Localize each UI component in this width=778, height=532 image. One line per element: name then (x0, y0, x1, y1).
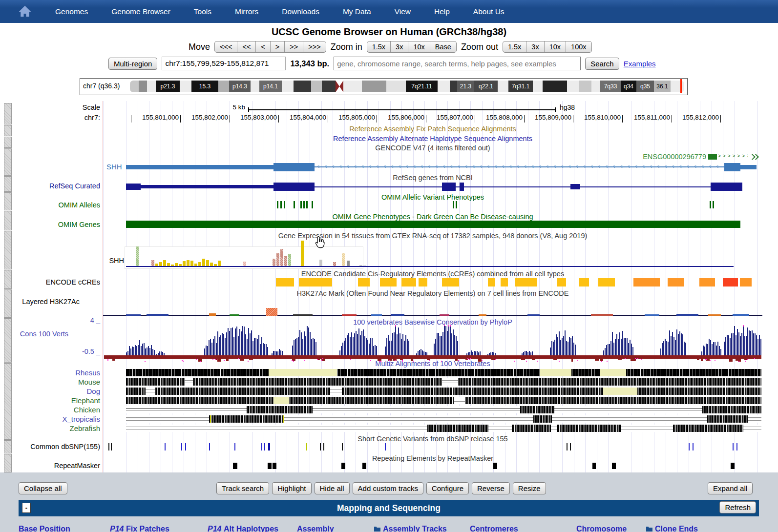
gtex-bar[interactable] (301, 241, 304, 267)
examples-link[interactable]: Examples (624, 60, 656, 68)
ccre-element[interactable] (740, 278, 752, 286)
omim-allele-tick[interactable] (280, 201, 282, 208)
phylop-title[interactable]: 100 vertebrates Basewise Conservation by… (103, 318, 762, 326)
dbsnp-variant-tick[interactable] (268, 443, 270, 450)
ccre-element[interactable] (633, 278, 660, 286)
refseq-exon[interactable] (711, 183, 742, 191)
gtex-bar[interactable] (342, 253, 345, 267)
refseq-bar[interactable] (141, 185, 273, 188)
omim-allele-tick[interactable] (294, 201, 295, 208)
track-group-link-chromosome[interactable]: Chromosome (576, 525, 627, 532)
ccre-element[interactable] (515, 278, 537, 286)
zoom-in-button-base[interactable]: Base (430, 41, 456, 52)
zoom-out-button-10x[interactable]: 10x (544, 41, 566, 52)
collapse-section-button[interactable]: - (22, 503, 31, 513)
ccre-element[interactable] (488, 278, 495, 286)
species-label-zebrafish[interactable]: Zebrafish (0, 424, 100, 432)
footer-button-track-search[interactable]: Track search (216, 482, 269, 494)
nav-item-genomes[interactable]: Genomes (55, 7, 88, 16)
dbsnp-variant-tick[interactable] (342, 443, 343, 450)
nav-item-mirrors[interactable]: Mirrors (235, 7, 258, 16)
refseq-exon[interactable] (570, 184, 580, 189)
repeatmasker-element[interactable] (612, 463, 616, 469)
footer-button-hide-all[interactable]: Hide all (315, 482, 350, 494)
alt-haplotype-title[interactable]: Reference Assembly Alternate Haplotype S… (103, 135, 762, 143)
omim-allele-tick[interactable] (284, 201, 285, 208)
move-button-[interactable]: <<< (215, 41, 237, 52)
nav-item-tools[interactable]: Tools (194, 7, 211, 16)
omim-alleles-title[interactable]: OMIM Allelic Variant Phenotypes (103, 193, 762, 201)
refseq-exon[interactable] (273, 183, 315, 191)
nav-item-my-data[interactable]: My Data (343, 7, 371, 16)
genome-track-image[interactable]: Reference Assembly Fix Patch Sequence Al… (0, 101, 778, 472)
repeatmasker-title[interactable]: Repeating Elements by RepeatMasker (103, 454, 762, 462)
ccre-element[interactable] (299, 278, 332, 286)
omim-genes-bar[interactable] (126, 221, 740, 228)
omim-allele-tick[interactable] (300, 201, 302, 208)
ccre-element[interactable] (723, 278, 738, 286)
species-label-dog[interactable]: Dog (0, 387, 100, 395)
omim-genes-title[interactable]: OMIM Gene Phenotypes - Dark Green Can Be… (103, 213, 762, 221)
dbsnp-variant-tick[interactable] (185, 443, 186, 450)
dbsnp-variant-tick[interactable] (108, 443, 109, 450)
gtex-bar[interactable] (284, 256, 287, 267)
ccre-element[interactable] (699, 278, 715, 286)
footer-button-reverse[interactable]: Reverse (472, 482, 510, 494)
cons-100-verts-label[interactable]: Cons 100 Verts (0, 330, 68, 338)
move-button-[interactable]: < (255, 41, 270, 52)
track-group-link-assembly-tracks[interactable]: Assembly Tracks (374, 525, 447, 532)
position-input[interactable] (162, 57, 286, 70)
footer-button-configure[interactable]: Configure (426, 482, 469, 494)
footer-button-add-custom-tracks[interactable]: Add custom tracks (353, 482, 423, 494)
dbsnp-variant-tick[interactable] (181, 443, 182, 450)
ccre-element[interactable] (598, 278, 615, 286)
shh-gene-label[interactable]: SHH (106, 163, 122, 171)
footer-button-expand-all[interactable]: Expand all (708, 482, 753, 494)
ccre-element[interactable] (442, 278, 459, 286)
ccre-title[interactable]: ENCODE Candidate Cis-Regulatory Elements… (103, 270, 762, 278)
repeatmasker-element[interactable] (592, 463, 596, 469)
dbsnp-variant-tick[interactable] (264, 443, 265, 450)
dbsnp-variant-tick[interactable] (165, 443, 166, 450)
gtex-bar[interactable] (276, 253, 279, 267)
gencode-title[interactable]: GENCODE V47 (4 items filtered out) (103, 144, 762, 152)
dbsnp-variant-tick[interactable] (689, 443, 690, 450)
refseq-exon[interactable] (460, 183, 464, 191)
omim-allele-tick[interactable] (453, 201, 454, 208)
shh-utr[interactable] (126, 165, 273, 169)
ensg-exon[interactable] (708, 154, 717, 160)
omim-allele-tick[interactable] (456, 201, 457, 208)
shh-exon[interactable] (273, 163, 315, 171)
dbsnp-variant-tick[interactable] (320, 443, 321, 450)
move-button-[interactable]: << (237, 41, 255, 52)
omim-allele-tick[interactable] (303, 201, 305, 208)
ccre-element[interactable] (358, 278, 370, 286)
zoom-in-button-10x[interactable]: 10x (408, 41, 429, 52)
gtex-bar[interactable] (288, 254, 291, 267)
chromosome-ideogram[interactable]: chr7 (q36.3)p21.315.3p14.3p14.17q21.1121… (80, 78, 688, 95)
dbsnp-variant-tick[interactable] (234, 443, 235, 450)
repeatmasker-element[interactable] (341, 463, 345, 469)
refseq-utr[interactable] (126, 184, 141, 190)
move-button-[interactable]: >>> (303, 41, 325, 52)
repeatmasker-label[interactable]: RepeatMasker (0, 462, 100, 470)
dbsnp-variant-tick[interactable] (111, 443, 112, 450)
repeatmasker-element[interactable] (233, 463, 237, 469)
footer-button-collapse-all[interactable]: Collapse all (19, 482, 67, 494)
nav-item-help[interactable]: Help (434, 7, 450, 16)
gtex-title[interactable]: Gene Expression in 54 tissues from GTEx … (103, 232, 762, 240)
omim-allele-tick[interactable] (277, 201, 278, 208)
repeatmasker-element[interactable] (493, 463, 497, 469)
track-drag-handle[interactable] (4, 231, 12, 269)
refseq-exon[interactable] (442, 183, 456, 191)
dbsnp-title[interactable]: Short Genetic Variants from dbSNP releas… (103, 435, 762, 443)
repeatmasker-element[interactable] (362, 463, 366, 469)
track-group-link-centromeres[interactable]: Centromeres (470, 525, 518, 532)
dbsnp-variant-tick[interactable] (736, 443, 737, 450)
species-label-rhesus[interactable]: Rhesus (0, 368, 100, 377)
dbsnp-variant-tick[interactable] (733, 443, 734, 450)
refresh-button[interactable]: Refresh (719, 501, 756, 513)
omim-alleles-label[interactable]: OMIM Alleles (0, 201, 100, 209)
ccre-element[interactable] (380, 278, 397, 286)
multi-region-button[interactable]: Multi-region (108, 58, 157, 70)
